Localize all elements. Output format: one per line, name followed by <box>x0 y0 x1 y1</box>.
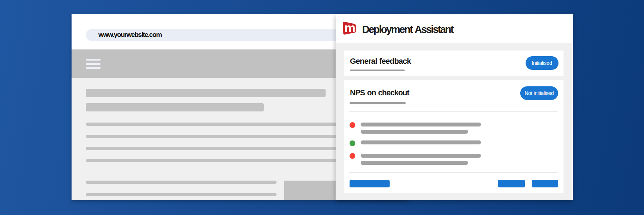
svg-text:m: m <box>344 21 355 35</box>
